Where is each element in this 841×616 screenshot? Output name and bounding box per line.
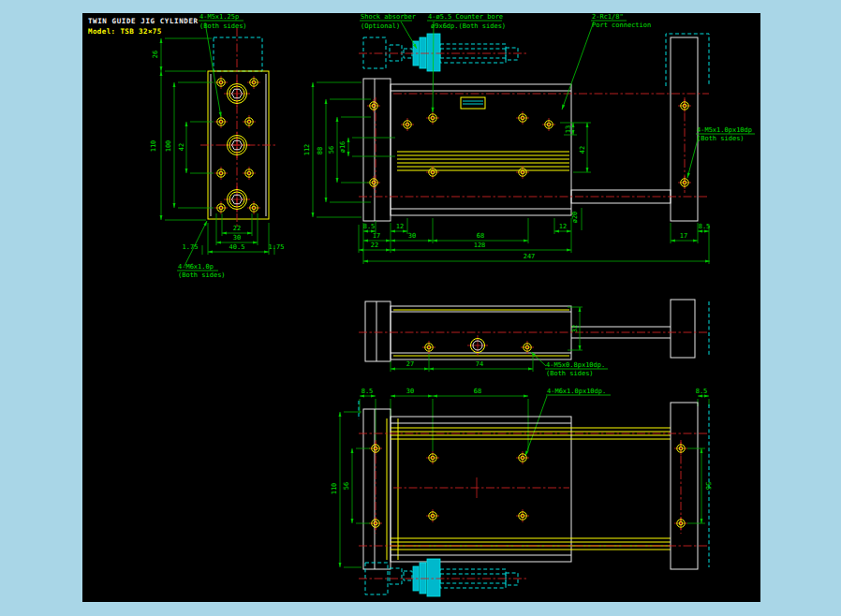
desktop-background: { "app": {"background": "#a9d6e7", "canv… <box>0 0 841 616</box>
hidden-plate-top <box>666 34 709 86</box>
tapped-hole-icon <box>243 167 256 180</box>
dim-cap-height: 26 <box>152 51 159 58</box>
counter-bore-hole-icon <box>426 509 439 522</box>
tapped-hole-icon <box>243 115 256 128</box>
tapped-hole-icon <box>214 201 228 214</box>
annotation-thread-bottom: 4-M6x1.0p <box>178 263 214 271</box>
front-view-dimensions-right: 13 42 ø20 <box>560 123 591 230</box>
counter-bore-hole-icon <box>516 111 529 125</box>
dim-w2: 30 <box>233 234 241 242</box>
dim-b12a: 12 <box>396 223 404 230</box>
annotation-plate-label: 4-M5x1.0px10dp <box>697 126 752 134</box>
counter-bore-hole-icon <box>516 166 529 179</box>
dim-b22: 22 <box>371 242 378 249</box>
counter-bore-hole-icon <box>516 509 529 522</box>
dim-front-hole-height: 56 <box>328 146 335 154</box>
drawing-canvas: TWIN GUIDE JIG CYLINDER Model: TSB 32×75 <box>82 13 760 602</box>
dim-bt85r: 8.5 <box>696 388 708 395</box>
annotation-cbore-note: ø9x6dp.(Both sides) <box>431 22 506 30</box>
tapped-hole-icon <box>369 517 382 530</box>
annotation-port-label: 2-Rc1/8" <box>592 13 624 21</box>
model-number: Model: TSB 32×75 <box>88 27 162 36</box>
dim-w3: 40.5 <box>229 243 245 251</box>
dim-bt68: 68 <box>474 388 481 395</box>
title-block: TWIN GUIDE JIG CYLINDER Model: TSB 32×75 <box>88 17 199 36</box>
left-cap-outline <box>365 301 391 361</box>
dim-total-height: 110 <box>150 140 157 153</box>
top-view-outline <box>365 300 709 361</box>
dim-edge-left: 1.75 <box>183 243 199 251</box>
bottom-view-dimensions-top: 8.5 30 68 8.5 <box>360 388 709 451</box>
front-view-holes <box>367 99 691 189</box>
annotation-shock-label: Shock absorber <box>361 13 416 21</box>
annotation-top-view-note: (Both sides) <box>546 370 594 377</box>
front-view-centerlines <box>359 94 709 197</box>
annotation-thread-top-note: (Both sides) <box>199 22 247 30</box>
left-cap-outline <box>363 79 391 221</box>
tapped-hole-icon <box>247 76 260 89</box>
counter-bore-hole-icon <box>426 111 439 125</box>
tapped-hole-icon <box>674 442 687 455</box>
annotation-plate-note: (Both sides) <box>697 135 745 142</box>
bottom-view-outline <box>359 401 709 569</box>
port-hole-icon <box>542 118 555 131</box>
counter-bore-hole-icon <box>426 451 439 464</box>
tapped-hole-icon <box>674 517 687 530</box>
dim-b12b: 12 <box>559 223 567 230</box>
tapped-hole-icon <box>401 118 414 131</box>
nameplate <box>461 97 485 109</box>
dim-bv110: 110 <box>331 483 338 495</box>
dim-edge-right: 1.75 <box>269 243 285 251</box>
guide-plate-outline <box>671 37 698 221</box>
dim-t32: 32 <box>571 325 579 332</box>
tapped-hole-icon <box>369 442 382 455</box>
tapped-hole-icon <box>247 201 260 214</box>
annotation-port: 2-Rc1/8" Port connection <box>562 13 651 110</box>
hex-socket-hole-icon <box>224 81 250 107</box>
dim-bt85l: 8.5 <box>361 388 374 395</box>
cylinder-body-outline <box>391 417 571 562</box>
guide-plate-outline <box>671 300 695 358</box>
dim-b17r: 17 <box>680 232 687 240</box>
annotation-bottom-view-label: 4-M6x1.0px10dp. <box>547 388 606 395</box>
bottom-view-holes <box>369 442 687 530</box>
front-view: 112 88 56 ø16 13 42 ø20 <box>303 13 755 264</box>
end-view-annotation-top: 4-M5x1.25p (Both sides) <box>199 13 247 117</box>
top-view: 27 74 32 4-M5x0.8px10dp. (Both sides) <box>359 300 709 377</box>
dim-t27: 27 <box>406 360 414 368</box>
annotation-bottom-view: 4-M6x1.0px10dp. <box>525 388 611 456</box>
dim-b247: 247 <box>524 253 536 260</box>
dim-bv56r: 56 <box>704 482 712 490</box>
dim-b30: 30 <box>408 232 416 240</box>
hex-socket-hole-icon <box>224 132 250 158</box>
dim-hole-span: 100 <box>165 140 172 153</box>
annotation-port-note: Port connection <box>592 22 651 29</box>
dim-port-offset: 13 <box>565 125 572 133</box>
tapped-hole-icon <box>367 99 380 112</box>
dim-mid-span: 42 <box>178 143 185 151</box>
dim-lower-offset: 42 <box>579 146 586 154</box>
annotation-shock-note: (Optional) <box>361 22 400 30</box>
bottom-view: 8.5 30 68 8.5 4-M6x1.0px10dp. <box>331 388 712 596</box>
shock-absorber-assembly-bottom <box>359 559 526 596</box>
annotation-thread-bottom-note: (Both sides) <box>178 271 226 279</box>
dim-b128: 128 <box>474 242 486 249</box>
cad-drawing: TWIN GUIDE JIG CYLINDER Model: TSB 32×75 <box>82 13 760 602</box>
drawing-title: TWIN GUIDE JIG CYLINDER <box>88 17 199 25</box>
end-view: 26 110 100 42 22 30 40.5 1.75 1.75 4-M5x… <box>150 13 284 279</box>
dim-w1: 22 <box>233 225 241 232</box>
counter-bore-hole-icon <box>426 166 439 179</box>
front-view-dimensions-bottom: 8.5 17 22 12 30 68 12 128 247 17 8.5 <box>359 218 710 264</box>
dim-bore-dia: ø16 <box>339 141 347 154</box>
tapped-hole-icon <box>521 341 534 354</box>
dim-front-mid-height: 88 <box>317 147 324 154</box>
dim-bv56l: 56 <box>343 482 350 490</box>
dim-b68: 68 <box>477 232 484 240</box>
hidden-cap-outline <box>214 37 262 71</box>
tapped-hole-icon <box>214 115 228 128</box>
annotation-shock-absorber: Shock absorber (Optional) <box>360 13 417 49</box>
dim-t74: 74 <box>476 360 483 368</box>
tapped-hole-icon <box>214 167 228 180</box>
tapped-hole-icon <box>678 99 691 112</box>
annotation-cbore-label: 4-ø5.5 Counter bore <box>428 13 503 21</box>
